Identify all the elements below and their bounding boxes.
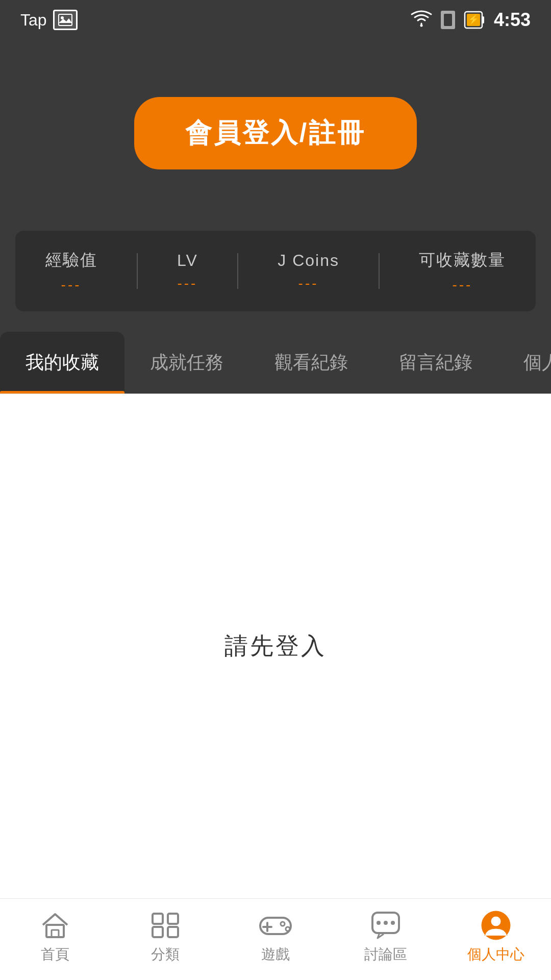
svg-rect-12 bbox=[153, 914, 163, 924]
profile-icon bbox=[478, 910, 514, 941]
stat-jcoins-label: J Coins bbox=[278, 251, 339, 270]
svg-point-22 bbox=[377, 921, 381, 925]
svg-rect-13 bbox=[168, 914, 178, 924]
svg-rect-5 bbox=[444, 14, 452, 26]
stat-divider-2 bbox=[237, 253, 238, 289]
svg-point-20 bbox=[286, 927, 290, 931]
discussion-icon bbox=[368, 910, 404, 941]
status-bar-right: ⚡ 4:53 bbox=[411, 9, 531, 31]
stat-divider-1 bbox=[137, 253, 138, 289]
bottom-nav: 首頁 分類 遊戲 bbox=[0, 898, 551, 980]
svg-text:⚡: ⚡ bbox=[468, 14, 480, 25]
svg-rect-11 bbox=[52, 930, 59, 937]
app-image-icon bbox=[53, 10, 78, 30]
stat-experience-label: 經驗值 bbox=[45, 249, 97, 272]
stat-collectible-value: --- bbox=[452, 277, 472, 293]
nav-games[interactable]: 遊戲 bbox=[220, 910, 331, 964]
svg-rect-15 bbox=[168, 927, 178, 937]
stat-experience-value: --- bbox=[61, 277, 82, 293]
stats-bar: 經驗值 --- LV --- J Coins --- 可收藏數量 --- bbox=[15, 231, 536, 311]
svg-point-24 bbox=[391, 921, 395, 925]
stat-experience: 經驗值 --- bbox=[45, 249, 97, 293]
stat-lv-value: --- bbox=[177, 275, 197, 291]
tab-comment-history[interactable]: 留言紀錄 bbox=[373, 332, 498, 394]
stat-lv-label: LV bbox=[177, 251, 198, 270]
games-icon bbox=[258, 910, 293, 941]
svg-marker-2 bbox=[59, 18, 72, 23]
tab-my-collection[interactable]: 我的收藏 bbox=[0, 332, 124, 394]
stat-collectible: 可收藏數量 --- bbox=[419, 249, 506, 293]
content-area: 請先登入 bbox=[0, 394, 551, 898]
stat-divider-3 bbox=[379, 253, 380, 289]
nav-category[interactable]: 分類 bbox=[110, 910, 220, 964]
nav-discussion[interactable]: 討論區 bbox=[331, 910, 441, 964]
svg-point-23 bbox=[384, 921, 388, 925]
tabs-container: 我的收藏 成就任務 觀看紀錄 留言紀錄 個人 bbox=[0, 332, 551, 394]
login-register-button[interactable]: 會員登入/註冊 bbox=[134, 97, 417, 169]
tab-watch-history[interactable]: 觀看紀錄 bbox=[249, 332, 373, 394]
stat-lv: LV --- bbox=[177, 251, 198, 291]
svg-rect-10 bbox=[46, 925, 64, 937]
stat-jcoins-value: --- bbox=[298, 275, 319, 291]
nav-home-label: 首頁 bbox=[41, 945, 69, 964]
wifi-icon bbox=[411, 12, 432, 28]
nav-profile-label: 個人中心 bbox=[467, 945, 524, 964]
tab-achievements[interactable]: 成就任務 bbox=[124, 332, 249, 394]
signal-icon bbox=[441, 11, 455, 29]
nav-discussion-label: 討論區 bbox=[364, 945, 407, 964]
battery-icon: ⚡ bbox=[464, 9, 485, 31]
app-name: Tap bbox=[20, 11, 47, 30]
svg-rect-7 bbox=[482, 16, 484, 23]
nav-games-label: 遊戲 bbox=[261, 945, 290, 964]
nav-category-label: 分類 bbox=[151, 945, 180, 964]
home-icon bbox=[37, 910, 73, 941]
status-bar: Tap ⚡ 4:53 bbox=[0, 0, 551, 36]
login-prompt-text: 請先登入 bbox=[224, 630, 327, 662]
svg-rect-0 bbox=[59, 14, 72, 26]
stat-collectible-label: 可收藏數量 bbox=[419, 249, 506, 272]
nav-home[interactable]: 首頁 bbox=[0, 910, 110, 964]
svg-rect-14 bbox=[153, 927, 163, 937]
status-time: 4:53 bbox=[494, 9, 531, 31]
nav-profile[interactable]: 個人中心 bbox=[441, 910, 551, 964]
stat-jcoins: J Coins --- bbox=[278, 251, 339, 291]
category-icon bbox=[147, 910, 183, 941]
svg-point-26 bbox=[491, 916, 501, 926]
hero-area: 會員登入/註冊 bbox=[0, 36, 551, 231]
svg-point-3 bbox=[420, 24, 422, 27]
svg-point-19 bbox=[281, 922, 285, 926]
tab-profile-extra[interactable]: 個人 bbox=[498, 332, 551, 394]
